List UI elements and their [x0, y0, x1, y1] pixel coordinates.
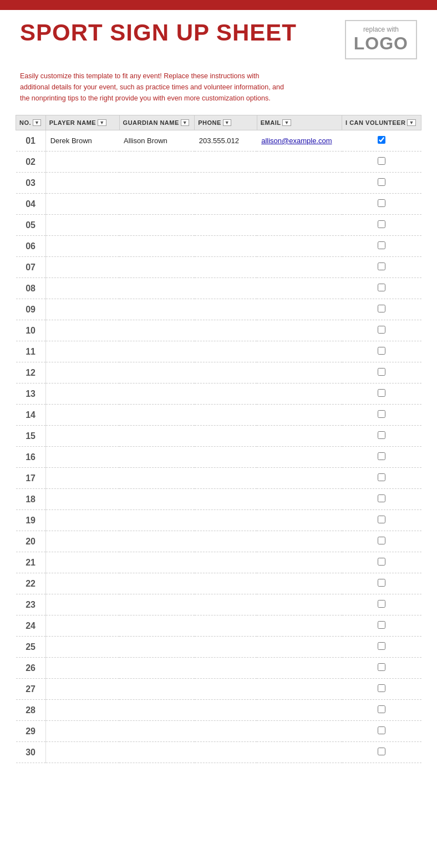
- volunteer-cell[interactable]: [342, 742, 421, 763]
- email-cell: [257, 383, 342, 405]
- row-number: 15: [16, 426, 46, 447]
- table-row: 27: [16, 679, 421, 700]
- volunteer-checkbox[interactable]: [378, 431, 385, 439]
- guardian-dropdown-icon[interactable]: ▼: [181, 119, 189, 126]
- email-cell: [257, 679, 342, 700]
- phone-cell: [195, 594, 257, 615]
- volunteer-cell[interactable]: [342, 236, 421, 257]
- volunteer-cell[interactable]: [342, 383, 421, 405]
- volunteer-checkbox[interactable]: [378, 642, 385, 650]
- guardian-name-cell: [119, 383, 195, 405]
- volunteer-cell[interactable]: [342, 721, 421, 742]
- volunteer-cell[interactable]: [342, 658, 421, 679]
- phone-cell: [195, 489, 257, 510]
- guardian-name-cell: [119, 721, 195, 742]
- row-number: 04: [16, 194, 46, 215]
- volunteer-checkbox[interactable]: [378, 178, 385, 186]
- player-name-cell: [45, 531, 119, 552]
- volunteer-cell[interactable]: [342, 405, 421, 426]
- volunteer-cell[interactable]: [342, 173, 421, 194]
- volunteer-checkbox[interactable]: [378, 748, 385, 755]
- volunteer-checkbox[interactable]: [378, 199, 385, 207]
- volunteer-checkbox[interactable]: [378, 410, 385, 418]
- table-row: 28: [16, 700, 421, 721]
- volunteer-cell[interactable]: [342, 341, 421, 362]
- volunteer-checkbox[interactable]: [378, 663, 385, 671]
- volunteer-checkbox[interactable]: [378, 263, 385, 270]
- volunteer-cell[interactable]: [342, 130, 421, 152]
- volunteer-cell[interactable]: [342, 426, 421, 447]
- volunteer-checkbox[interactable]: [378, 241, 385, 249]
- email-link[interactable]: allison@example.com: [261, 137, 332, 145]
- volunteer-cell[interactable]: [342, 594, 421, 615]
- phone-cell: [195, 468, 257, 489]
- email-cell: [257, 320, 342, 341]
- email-cell: [257, 742, 342, 763]
- volunteer-checkbox[interactable]: [378, 157, 385, 165]
- email-cell: [257, 658, 342, 679]
- volunteer-cell[interactable]: [342, 194, 421, 215]
- email-cell: [257, 552, 342, 573]
- player-name-cell: [45, 679, 119, 700]
- volunteer-cell[interactable]: [342, 299, 421, 320]
- volunteer-cell[interactable]: [342, 320, 421, 341]
- volunteer-cell[interactable]: [342, 615, 421, 637]
- volunteer-cell[interactable]: [342, 257, 421, 278]
- volunteer-cell[interactable]: [342, 468, 421, 489]
- volunteer-checkbox[interactable]: [378, 473, 385, 481]
- volunteer-checkbox[interactable]: [378, 136, 385, 144]
- email-cell: [257, 594, 342, 615]
- volunteer-checkbox[interactable]: [378, 326, 385, 334]
- volunteer-cell[interactable]: [342, 362, 421, 383]
- player-name-cell: [45, 152, 119, 173]
- guardian-name-cell: [119, 679, 195, 700]
- email-cell: [257, 257, 342, 278]
- email-dropdown-icon[interactable]: ▼: [282, 119, 291, 126]
- no-dropdown-icon[interactable]: ▼: [33, 119, 41, 126]
- volunteer-checkbox[interactable]: [378, 537, 385, 544]
- table-row: 06: [16, 236, 421, 257]
- volunteer-cell[interactable]: [342, 552, 421, 573]
- row-number: 13: [16, 383, 46, 405]
- phone-dropdown-icon[interactable]: ▼: [223, 119, 231, 126]
- player-name-cell: [45, 341, 119, 362]
- volunteer-checkbox[interactable]: [378, 726, 385, 734]
- volunteer-cell[interactable]: [342, 679, 421, 700]
- player-name-cell: [45, 194, 119, 215]
- volunteer-checkbox[interactable]: [378, 600, 385, 608]
- volunteer-cell[interactable]: [342, 637, 421, 658]
- volunteer-checkbox[interactable]: [378, 305, 385, 312]
- volunteer-checkbox[interactable]: [378, 516, 385, 523]
- volunteer-checkbox[interactable]: [378, 220, 385, 228]
- page-title: SPORT SIGN UP SHEET: [20, 20, 297, 46]
- volunteer-checkbox[interactable]: [378, 284, 385, 291]
- volunteer-checkbox[interactable]: [378, 621, 385, 629]
- guardian-name-cell: [119, 447, 195, 468]
- volunteer-checkbox[interactable]: [378, 389, 385, 397]
- volunteer-checkbox[interactable]: [378, 579, 385, 587]
- volunteer-checkbox[interactable]: [378, 494, 385, 502]
- player-name-cell: [45, 278, 119, 299]
- volunteer-checkbox[interactable]: [378, 684, 385, 692]
- volunteer-checkbox[interactable]: [378, 347, 385, 355]
- player-name-cell: [45, 573, 119, 594]
- volunteer-cell[interactable]: [342, 510, 421, 531]
- guardian-name-cell: [119, 510, 195, 531]
- guardian-name-cell: [119, 552, 195, 573]
- email-cell: [257, 152, 342, 173]
- email-cell: [257, 573, 342, 594]
- player-dropdown-icon[interactable]: ▼: [98, 119, 106, 126]
- volunteer-cell[interactable]: [342, 152, 421, 173]
- volunteer-checkbox[interactable]: [378, 452, 385, 460]
- volunteer-cell[interactable]: [342, 215, 421, 236]
- volunteer-cell[interactable]: [342, 489, 421, 510]
- volunteer-cell[interactable]: [342, 700, 421, 721]
- volunteer-cell[interactable]: [342, 531, 421, 552]
- volunteer-cell[interactable]: [342, 447, 421, 468]
- volunteer-checkbox[interactable]: [378, 558, 385, 566]
- volunteer-cell[interactable]: [342, 573, 421, 594]
- volunteer-checkbox[interactable]: [378, 368, 385, 376]
- volunteer-dropdown-icon[interactable]: ▼: [407, 119, 415, 126]
- volunteer-checkbox[interactable]: [378, 705, 385, 713]
- volunteer-cell[interactable]: [342, 278, 421, 299]
